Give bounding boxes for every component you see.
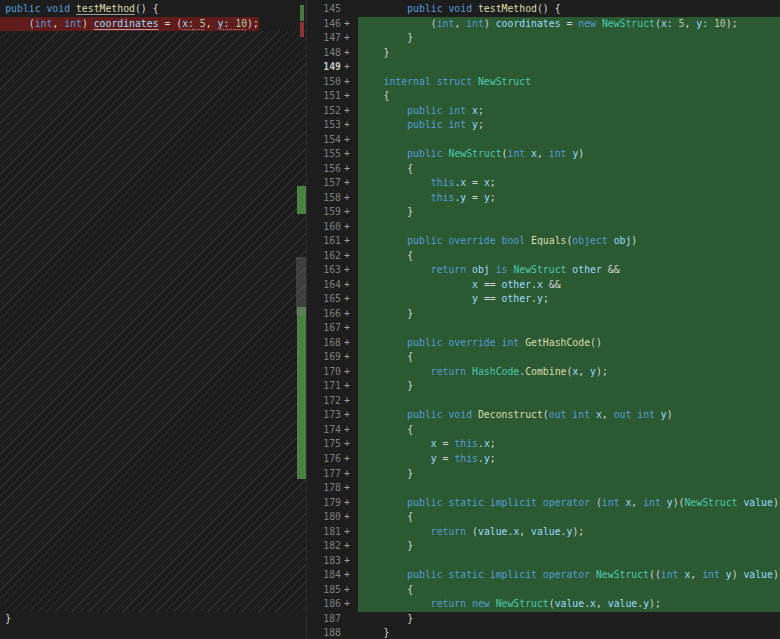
code-line[interactable]: public override bool Equals(object obj) bbox=[358, 234, 780, 249]
line-number[interactable]: 163 bbox=[311, 263, 341, 278]
code-line[interactable]: } bbox=[358, 205, 780, 220]
code-line[interactable]: public int x; bbox=[358, 104, 780, 119]
code-line[interactable] bbox=[358, 60, 780, 75]
code-line[interactable]: this.x = x; bbox=[358, 176, 780, 191]
code-line[interactable]: public void testMethod() { bbox=[0, 2, 159, 17]
code-line[interactable]: { bbox=[358, 423, 780, 438]
token-kw: public static implicit operator bbox=[407, 569, 596, 580]
code-line[interactable]: public int y; bbox=[358, 118, 780, 133]
line-number[interactable]: 177 bbox=[311, 467, 341, 482]
line-number[interactable]: 145 bbox=[311, 2, 341, 17]
line-number[interactable]: 175 bbox=[311, 437, 341, 452]
line-number[interactable]: 188 bbox=[311, 626, 341, 639]
code-line[interactable]: return obj is NewStruct other && bbox=[358, 263, 780, 278]
code-line[interactable]: x = this.x; bbox=[358, 437, 780, 452]
line-number[interactable]: 187 bbox=[311, 612, 341, 627]
code-line[interactable]: } bbox=[358, 31, 780, 46]
code-line[interactable]: } bbox=[358, 467, 780, 482]
line-number[interactable]: 147 bbox=[311, 31, 341, 46]
line-number[interactable]: 183 bbox=[311, 554, 341, 569]
line-number[interactable]: 170 bbox=[311, 365, 341, 380]
code-line[interactable] bbox=[358, 220, 780, 235]
code-line[interactable]: public override int GetHashCode() bbox=[358, 336, 780, 351]
code-line[interactable]: } bbox=[358, 612, 780, 627]
code-line[interactable] bbox=[358, 481, 780, 496]
line-number[interactable]: 164 bbox=[311, 278, 341, 293]
line-number[interactable]: 155 bbox=[311, 147, 341, 162]
line-number[interactable]: 186 bbox=[311, 597, 341, 612]
line-number[interactable]: 173 bbox=[311, 408, 341, 423]
line-number[interactable]: 159 bbox=[311, 205, 341, 220]
line-number[interactable]: 146 bbox=[311, 17, 341, 32]
line-number[interactable]: 150 bbox=[311, 75, 341, 90]
code-line[interactable]: return new NewStruct(value.x, value.y); bbox=[358, 597, 780, 612]
line-number[interactable]: 157 bbox=[311, 176, 341, 191]
token-pun: ); bbox=[649, 598, 661, 609]
line-number[interactable]: 168 bbox=[311, 336, 341, 351]
code-line[interactable]: public static implicit operator (int x, … bbox=[358, 496, 780, 511]
line-number[interactable]: 180 bbox=[311, 510, 341, 525]
code-line[interactable]: } bbox=[358, 379, 780, 394]
line-number[interactable]: 181 bbox=[311, 525, 341, 540]
code-line[interactable]: this.y = y; bbox=[358, 191, 780, 206]
scrollbar-thumb[interactable] bbox=[296, 257, 306, 315]
line-number[interactable]: 176 bbox=[311, 452, 341, 467]
code-line[interactable]: { bbox=[358, 583, 780, 598]
diff-row: 153+ public int y; bbox=[311, 118, 780, 133]
line-number[interactable]: 160 bbox=[311, 220, 341, 235]
code-line[interactable] bbox=[358, 394, 780, 409]
code-line[interactable]: y = this.y; bbox=[358, 452, 780, 467]
line-number[interactable]: 158 bbox=[311, 191, 341, 206]
token-kw: int bbox=[643, 497, 667, 508]
code-line[interactable]: } bbox=[358, 539, 780, 554]
code-line[interactable]: } bbox=[358, 626, 780, 639]
line-number[interactable]: 178 bbox=[311, 481, 341, 496]
code-line[interactable]: x == other.x && bbox=[358, 278, 780, 293]
line-number[interactable]: 154 bbox=[311, 133, 341, 148]
code-line[interactable]: } bbox=[0, 612, 11, 627]
diff-added-marker: + bbox=[341, 249, 358, 264]
code-line[interactable] bbox=[358, 554, 780, 569]
code-line[interactable]: (int, int) coordinates = (x: 5, y: 10); bbox=[0, 17, 259, 32]
code-line[interactable]: (int, int) coordinates = new NewStruct(x… bbox=[358, 17, 780, 32]
line-number[interactable]: 174 bbox=[311, 423, 341, 438]
line-number[interactable]: 166 bbox=[311, 307, 341, 322]
line-number[interactable]: 151 bbox=[311, 89, 341, 104]
diff-added-marker: + bbox=[341, 162, 358, 177]
line-number[interactable]: 165 bbox=[311, 292, 341, 307]
line-number[interactable]: 184 bbox=[311, 568, 341, 583]
code-line[interactable]: public static implicit operator NewStruc… bbox=[358, 568, 780, 583]
line-number[interactable]: 167 bbox=[311, 321, 341, 336]
line-number[interactable]: 179 bbox=[311, 496, 341, 511]
code-line[interactable]: internal struct NewStruct bbox=[358, 75, 780, 90]
code-line[interactable]: { bbox=[358, 510, 780, 525]
code-line[interactable]: public NewStruct(int x, int y) bbox=[358, 147, 780, 162]
diff-added-marker bbox=[341, 2, 358, 17]
code-line[interactable]: public void Deconstruct(out int x, out i… bbox=[358, 408, 780, 423]
code-line[interactable] bbox=[358, 133, 780, 148]
code-line[interactable]: { bbox=[358, 249, 780, 264]
line-number[interactable]: 162 bbox=[311, 249, 341, 264]
diff-added-marker: + bbox=[341, 220, 358, 235]
code-line[interactable]: } bbox=[358, 46, 780, 61]
line-number[interactable]: 182 bbox=[311, 539, 341, 554]
line-number[interactable]: 161 bbox=[311, 234, 341, 249]
code-line[interactable]: { bbox=[358, 162, 780, 177]
line-number[interactable]: 148 bbox=[311, 46, 341, 61]
code-line[interactable]: } bbox=[358, 307, 780, 322]
line-number[interactable]: 172 bbox=[311, 394, 341, 409]
code-line[interactable]: return HashCode.Combine(x, y); bbox=[358, 365, 780, 380]
line-number[interactable]: 171 bbox=[311, 379, 341, 394]
code-line[interactable]: y == other.y; bbox=[358, 292, 780, 307]
line-number[interactable]: 185 bbox=[311, 583, 341, 598]
line-number[interactable]: 149 bbox=[311, 60, 341, 75]
code-line[interactable] bbox=[358, 321, 780, 336]
line-number[interactable]: 169 bbox=[311, 350, 341, 365]
code-line[interactable]: { bbox=[358, 350, 780, 365]
line-number[interactable]: 156 bbox=[311, 162, 341, 177]
line-number[interactable]: 153 bbox=[311, 118, 341, 133]
line-number[interactable]: 152 bbox=[311, 104, 341, 119]
code-line[interactable]: { bbox=[358, 89, 780, 104]
code-line[interactable]: public void testMethod() { bbox=[358, 2, 780, 17]
code-line[interactable]: return (value.x, value.y); bbox=[358, 525, 780, 540]
